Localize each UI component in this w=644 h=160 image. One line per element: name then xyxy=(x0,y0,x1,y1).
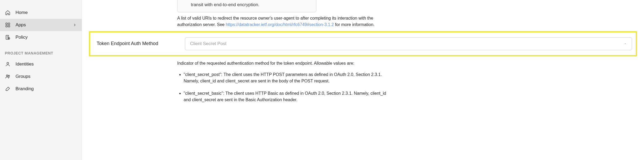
list-item: "client_secret_basic": The client uses H… xyxy=(184,90,387,103)
policy-icon xyxy=(5,34,11,40)
apps-icon xyxy=(5,22,11,28)
sidebar-item-identities[interactable]: Identities xyxy=(0,58,82,70)
svg-rect-3 xyxy=(8,26,10,27)
home-icon xyxy=(5,10,11,16)
sidebar: Home Apps Policy PROJECT MANAGEMENT Iden… xyxy=(0,0,82,160)
sidebar-item-apps[interactable]: Apps xyxy=(0,19,82,31)
redirect-uri-description: A list of valid URIs to redirect the res… xyxy=(177,15,386,28)
brush-icon xyxy=(5,86,11,92)
tip-box: transit with end-to-end encryption. xyxy=(177,0,316,12)
token-endpoint-auth-row: Token Endpoint Auth Method Client Secret… xyxy=(89,31,637,56)
sidebar-item-label: Identities xyxy=(16,61,77,67)
svg-point-6 xyxy=(7,62,9,64)
svg-rect-4 xyxy=(6,35,9,39)
auth-method-bullets: "client_secret_post": The client uses th… xyxy=(184,71,387,103)
sidebar-item-groups[interactable]: Groups xyxy=(0,70,82,83)
rfc-link[interactable]: https://datatracker.ietf.org/doc/html/rf… xyxy=(226,22,334,27)
sidebar-item-label: Home xyxy=(16,10,77,15)
svg-point-7 xyxy=(6,75,8,77)
main-content: transit with end-to-end encryption. A li… xyxy=(82,0,644,160)
token-endpoint-auth-label: Token Endpoint Auth Method xyxy=(94,41,174,46)
sidebar-item-branding[interactable]: Branding xyxy=(0,83,82,95)
sidebar-item-label: Groups xyxy=(16,74,77,79)
sidebar-section-title: PROJECT MANAGEMENT xyxy=(0,43,82,58)
auth-method-help: Indicator of the requested authenticatio… xyxy=(177,60,386,67)
svg-rect-1 xyxy=(8,23,10,25)
sidebar-item-label: Apps xyxy=(16,22,73,28)
user-icon xyxy=(5,61,11,67)
sidebar-item-home[interactable]: Home xyxy=(0,6,82,19)
chevron-right-icon xyxy=(73,23,77,27)
caret-down-icon xyxy=(624,42,627,45)
sidebar-item-label: Policy xyxy=(16,35,77,40)
svg-rect-2 xyxy=(6,26,7,27)
select-placeholder: Client Secret Post xyxy=(190,41,226,46)
token-endpoint-auth-select[interactable]: Client Secret Post xyxy=(185,37,632,50)
svg-rect-0 xyxy=(6,23,7,25)
users-icon xyxy=(5,74,11,79)
desc-suffix: for more information. xyxy=(334,22,374,27)
svg-point-8 xyxy=(8,75,10,77)
sidebar-item-label: Branding xyxy=(16,86,77,92)
tip-text: transit with end-to-end encryption. xyxy=(191,2,259,7)
list-item: "client_secret_post": The client uses th… xyxy=(184,71,387,84)
sidebar-item-policy[interactable]: Policy xyxy=(0,31,82,43)
